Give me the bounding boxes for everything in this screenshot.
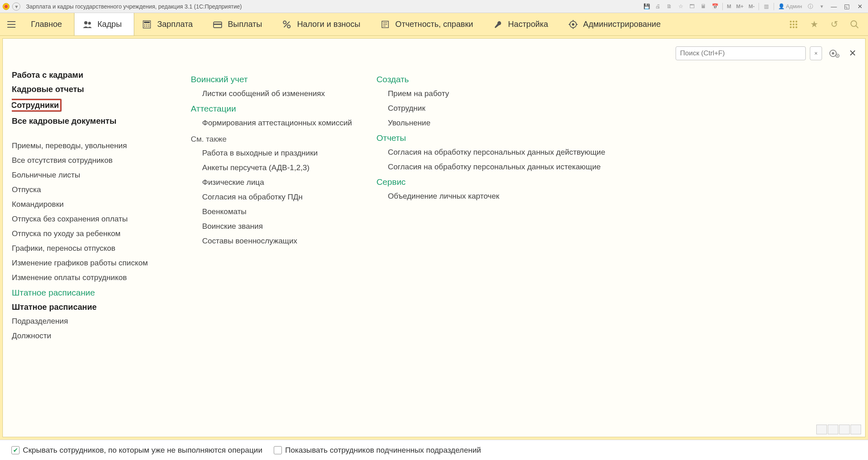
separator [759,3,759,10]
link[interactable]: Формирования аттестационных комиссий [191,118,352,127]
show-subord-label: Показывать сотрудников подчиненных подра… [285,446,481,455]
history-icon[interactable]: ↺ [831,19,838,30]
link[interactable]: Отпуска по уходу за ребенком [12,229,166,238]
svg-point-44 [837,55,838,57]
show-subord-checkbox[interactable]: Показывать сотрудников подчиненных подра… [274,446,481,455]
group-title-military: Воинский учет [191,74,352,84]
svg-line-19 [284,22,290,27]
browse-icon[interactable]: 🗔 [687,2,697,11]
bold-link-staffing[interactable]: Штатное расписание [12,302,97,312]
layout-icon[interactable]: ▥ [761,2,771,11]
settings-icon[interactable] [829,49,840,58]
titlebar-right: 💾 🖨 🗎 ☆ 🗔 🖩 📅 M M+ M- ▥ 👤 Админ ⓘ ▾ — ◱ … [642,2,866,11]
link[interactable]: Физические лица [191,178,352,187]
m-button[interactable]: M [725,2,733,11]
nav-item-7[interactable]: Администрирование [560,13,673,35]
nav-item-0[interactable]: Главное [23,13,74,35]
link[interactable]: Должности [12,331,166,340]
bold-link[interactable]: Кадровые отчеты [12,85,84,94]
bold-link[interactable]: Работа с кадрами [12,70,83,80]
percent-icon [282,20,291,29]
bold-link[interactable]: Все кадровые документы [12,116,116,126]
link[interactable]: Согласия на обработку ПДн [191,193,352,202]
doc-icon[interactable]: 🗎 [665,2,674,11]
close-window-button[interactable]: ✕ [854,2,866,11]
link[interactable]: Графики, переносы отпусков [12,244,166,253]
columns: Работа с кадрамиКадровые отчетыСотрудник… [12,70,856,434]
link[interactable]: Отпуска без сохранения оплаты [12,215,166,223]
page-prev-button[interactable] [828,425,838,434]
link[interactable]: Прием на работу [376,89,605,98]
main-nav: ГлавноеКадрыЗарплатаВыплатыНалоги и взно… [0,13,868,36]
bold-link[interactable]: Сотрудники [12,99,61,112]
link[interactable]: Военкоматы [191,207,352,216]
separator [774,3,774,10]
svg-point-25 [572,23,574,26]
clear-search-button[interactable]: × [810,46,822,60]
nav-item-5[interactable]: Отчетность, справки [373,13,485,35]
link[interactable]: Согласия на обработку персональных данны… [376,148,605,157]
minimize-button[interactable]: — [828,2,840,11]
nav-item-1[interactable]: Кадры [74,13,134,35]
user-label[interactable]: 👤 Админ [776,3,804,9]
link[interactable]: Больничные листы [12,171,166,180]
checkbox-icon: ✔ [11,446,20,454]
star-icon[interactable]: ★ [810,19,818,30]
grid-icon[interactable] [789,20,798,29]
link[interactable]: Сотрудник [376,104,605,113]
content-panel: × ✕ Работа с кадрамиКадровые отчетыСотру… [2,38,866,437]
help-dropdown-icon[interactable]: ▾ [817,2,827,11]
nav-item-3[interactable]: Выплаты [205,13,274,35]
hide-employees-checkbox[interactable]: ✔ Скрывать сотрудников, по которым уже н… [11,446,262,455]
m-plus-button[interactable]: M+ [735,2,745,11]
print-icon[interactable]: 🖨 [653,2,663,11]
link[interactable]: Отпуска [12,185,166,194]
calendar-icon[interactable]: 📅 [710,2,720,11]
hide-employees-label: Скрывать сотрудников, по которым уже не … [23,446,262,455]
search-input[interactable] [676,46,806,60]
calc-icon[interactable]: 🖩 [699,2,709,11]
maximize-button[interactable]: ◱ [841,2,853,11]
svg-point-17 [284,21,286,24]
svg-point-32 [796,20,798,22]
checkbox-icon [274,446,282,454]
gear-icon [569,20,578,29]
link[interactable]: Работа в выходные и праздники [191,149,352,158]
svg-point-6 [88,22,91,24]
nav-item-6[interactable]: Настройка [485,13,560,35]
link[interactable]: Объединение личных карточек [376,192,605,201]
nav-item-4[interactable]: Налоги и взносы [274,13,372,35]
svg-point-33 [790,23,792,25]
link[interactable]: Анкеты персучета (АДВ-1,2,3) [191,163,352,172]
page-next-button[interactable] [839,425,850,434]
link[interactable]: Изменение оплаты сотрудников [12,273,166,282]
close-panel-button[interactable]: ✕ [849,48,856,59]
link[interactable]: Подразделения [12,317,166,326]
group-title-attest: Аттестации [191,104,352,114]
page-last-button[interactable] [851,425,861,434]
link[interactable]: Воинские звания [191,222,352,231]
svg-point-11 [148,24,150,25]
dropdown-icon[interactable]: ▾ [12,2,20,11]
nav-label: Налоги и взносы [297,20,360,29]
calc-icon [142,20,151,29]
nav-item-2[interactable]: Зарплата [134,13,205,35]
link[interactable]: Согласия на обработку персональных данны… [376,162,605,171]
star-outline-icon[interactable]: ☆ [676,2,686,11]
svg-rect-8 [144,22,150,23]
m-minus-button[interactable]: M- [747,2,756,11]
link[interactable]: Изменение графиков работы списком [12,258,166,267]
svg-point-10 [146,24,148,25]
link[interactable]: Командировки [12,200,166,209]
info-icon[interactable]: ⓘ [805,2,815,11]
link[interactable]: Составы военнослужащих [191,237,352,245]
nav-label: Зарплата [157,20,193,29]
hamburger-button[interactable] [0,13,23,35]
link[interactable]: Все отсутствия сотрудников [12,156,166,165]
save-icon[interactable]: 💾 [642,2,652,11]
link[interactable]: Увольнение [376,118,605,127]
search-nav-icon[interactable] [850,20,859,29]
page-first-button[interactable] [816,425,827,434]
link[interactable]: Листки сообщений об изменениях [191,89,352,98]
link[interactable]: Приемы, переводы, увольнения [12,141,166,150]
